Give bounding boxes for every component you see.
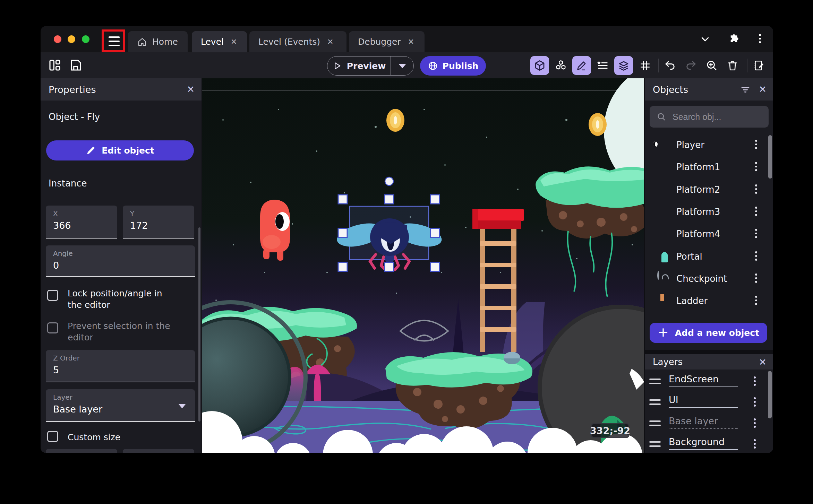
- object-menu-kebab-icon[interactable]: [755, 140, 757, 149]
- close-icon[interactable]: ✕: [759, 84, 767, 95]
- object-menu-kebab-icon[interactable]: [755, 251, 757, 261]
- edit-object-button[interactable]: Edit object: [46, 140, 194, 160]
- layer-row-ui[interactable]: UI: [645, 394, 773, 412]
- tab-close-icon[interactable]: ✕: [408, 37, 414, 46]
- tab-level[interactable]: Level ✕: [192, 31, 247, 52]
- layers-scrollbar[interactable]: [768, 371, 772, 418]
- object-row-ladder[interactable]: Ladder: [645, 291, 773, 311]
- tab-close-icon[interactable]: ✕: [231, 37, 237, 46]
- layer-name[interactable]: Background: [669, 436, 738, 450]
- checkbox-unchecked-disabled[interactable]: [47, 322, 58, 333]
- field-value: 5: [53, 365, 59, 375]
- instances-panel-toggle[interactable]: [551, 56, 570, 75]
- object-row-platform4[interactable]: Platform4: [645, 224, 773, 244]
- field-label: Z Order: [53, 354, 80, 362]
- layer-select[interactable]: Layer Base layer: [46, 389, 195, 422]
- tab-home[interactable]: Home: [128, 31, 188, 52]
- close-window-button[interactable]: [54, 35, 61, 43]
- object-menu-kebab-icon[interactable]: [755, 162, 757, 171]
- x-position-field[interactable]: X 366: [46, 206, 117, 239]
- object-row-checkpoint[interactable]: Checkpoint: [645, 269, 773, 289]
- object-label: Portal: [676, 251, 702, 262]
- angle-field[interactable]: Angle 0: [46, 245, 195, 277]
- properties-panel-toggle[interactable]: [572, 56, 591, 75]
- grid-toggle[interactable]: [636, 56, 654, 75]
- object-label: Platform2: [676, 184, 720, 195]
- drag-handle-icon[interactable]: [649, 420, 661, 426]
- objects-panel-toggle[interactable]: [530, 56, 549, 75]
- titlebar: Home Level ✕ Level (Events) ✕ Debugger ✕: [41, 26, 773, 52]
- tab-close-icon[interactable]: ✕: [327, 37, 333, 46]
- object-row-platform1[interactable]: Platform1: [645, 157, 773, 177]
- scene-editor-canvas[interactable]: 332;-92: [202, 78, 644, 453]
- hamburger-menu-icon[interactable]: [109, 36, 120, 46]
- object-menu-kebab-icon[interactable]: [755, 273, 757, 283]
- window-menu-kebab-icon[interactable]: [759, 34, 761, 43]
- object-row-platform3[interactable]: Platform3: [645, 202, 773, 222]
- layer-menu-kebab-icon[interactable]: [754, 418, 756, 428]
- zoom-window-button[interactable]: [82, 35, 89, 43]
- publish-button[interactable]: Publish: [420, 56, 486, 76]
- chevron-down-icon[interactable]: [700, 34, 711, 45]
- object-menu-kebab-icon[interactable]: [755, 296, 757, 305]
- layer-menu-kebab-icon[interactable]: [754, 376, 756, 386]
- tab-level-events[interactable]: Level (Events) ✕: [249, 31, 346, 52]
- layers-panel-toggle[interactable]: [614, 56, 633, 75]
- layer-name[interactable]: UI: [669, 394, 738, 408]
- drag-handle-icon[interactable]: [649, 441, 661, 447]
- save-icon[interactable]: [68, 58, 83, 72]
- y-position-field[interactable]: Y 172: [123, 206, 194, 239]
- preview-dropdown-button[interactable]: [391, 57, 413, 75]
- coin-instance[interactable]: [589, 113, 607, 136]
- field-value: 172: [130, 220, 148, 231]
- search-icon: [657, 112, 666, 122]
- extensions-puzzle-icon[interactable]: [728, 34, 739, 45]
- height-field-partial[interactable]: [123, 449, 194, 453]
- filter-icon[interactable]: [740, 85, 751, 95]
- instances-list-toggle[interactable]: [593, 56, 612, 75]
- layer-row-endscreen[interactable]: EndScreen: [645, 373, 773, 391]
- object-menu-kebab-icon[interactable]: [755, 184, 757, 194]
- close-icon[interactable]: ✕: [759, 357, 767, 367]
- z-order-field[interactable]: Z Order 5: [46, 350, 195, 382]
- object-row-player[interactable]: Player: [645, 135, 773, 155]
- layers-icon: [617, 59, 630, 72]
- close-icon[interactable]: ✕: [187, 84, 195, 95]
- object-search-box[interactable]: [650, 106, 769, 128]
- layer-menu-kebab-icon[interactable]: [754, 439, 756, 449]
- preview-label: Preview: [347, 61, 386, 71]
- layer-row-base-layer[interactable]: Base layer: [645, 415, 773, 433]
- custom-size-checkbox-row[interactable]: Custom size: [47, 429, 175, 443]
- checkbox-unchecked[interactable]: [47, 290, 58, 301]
- layer-menu-kebab-icon[interactable]: [754, 397, 756, 407]
- prevent-selection-checkbox-row[interactable]: Prevent selection in the editor: [47, 320, 175, 343]
- lock-position-checkbox-row[interactable]: Lock position/angle in the editor: [47, 288, 175, 311]
- search-input[interactable]: [673, 112, 752, 122]
- checkbox-unchecked[interactable]: [47, 431, 58, 442]
- layer-row-background[interactable]: Background: [645, 436, 773, 453]
- object-row-platform2[interactable]: Platform2: [645, 180, 773, 200]
- rotation-handle[interactable]: [385, 177, 393, 185]
- properties-scrollbar[interactable]: [198, 227, 200, 422]
- tab-debugger[interactable]: Debugger ✕: [349, 31, 425, 52]
- layer-name[interactable]: Base layer: [669, 416, 738, 429]
- drag-handle-icon[interactable]: [649, 399, 661, 405]
- layout-panels-icon[interactable]: [48, 58, 62, 72]
- coin-instance[interactable]: [386, 109, 404, 132]
- zoom-in-button[interactable]: [702, 56, 721, 75]
- scene-properties-button[interactable]: [750, 56, 768, 75]
- object-menu-kebab-icon[interactable]: [755, 229, 757, 238]
- drag-handle-icon[interactable]: [649, 379, 661, 384]
- minimize-window-button[interactable]: [68, 35, 75, 43]
- preview-button[interactable]: Preview: [327, 57, 391, 75]
- delete-button[interactable]: [723, 56, 742, 75]
- object-row-portal[interactable]: Portal: [645, 247, 773, 267]
- undo-button[interactable]: [661, 56, 679, 75]
- add-object-button[interactable]: + Add a new object: [650, 323, 767, 343]
- redo-button[interactable]: [682, 56, 700, 75]
- object-menu-kebab-icon[interactable]: [755, 207, 757, 216]
- objects-scrollbar[interactable]: [768, 135, 772, 179]
- field-label: Angle: [53, 249, 73, 258]
- width-field-partial[interactable]: [46, 449, 117, 453]
- layer-name[interactable]: EndScreen: [669, 374, 738, 387]
